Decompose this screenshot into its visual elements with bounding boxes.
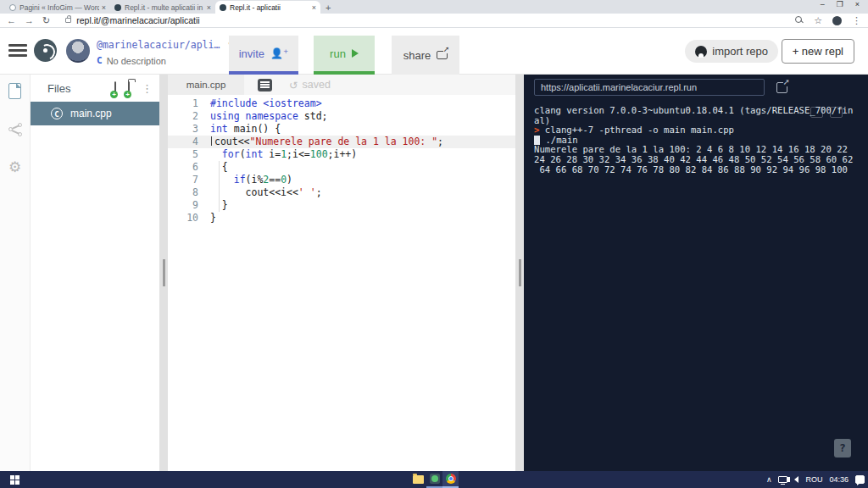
browser-tab[interactable]: Repl.it - multe aplicatii in C++× [110, 1, 215, 14]
share-label: share [403, 49, 431, 62]
repl-run-url-field[interactable]: https://aplicatii.marinelacaciur.repl.ru… [534, 79, 765, 96]
files-menu-icon[interactable]: ⋮ [142, 82, 153, 95]
code-line[interactable]: 1#include <iostream> [168, 97, 515, 110]
invite-label: invite [239, 47, 264, 60]
code-line[interactable]: 6 { [168, 161, 515, 174]
line-number: 2 [168, 110, 198, 123]
notification-icon[interactable] [855, 475, 865, 484]
repl-header: @marinelacaciur/apli… ✎ C No description… [0, 28, 868, 75]
code-token: ; [316, 186, 322, 198]
reload-icon[interactable]: ↻ [42, 16, 50, 25]
address-bar[interactable]: repl.it/@marinelacaciur/aplicatii [76, 15, 199, 25]
files-list: Cmain.cpp [31, 102, 159, 125]
code-token: ) [287, 174, 292, 186]
code-line[interactable]: 3int main() { [168, 123, 515, 136]
code-token: (i% [246, 174, 264, 186]
history-icon[interactable]: ↺ [289, 79, 298, 92]
share-nodes-icon[interactable] [8, 123, 22, 136]
browser-profile-avatar[interactable] [832, 16, 842, 25]
code-line[interactable]: 7 if(i%2==0) [168, 174, 515, 186]
share-button[interactable]: share [392, 36, 459, 75]
tab-close-icon[interactable]: × [102, 3, 106, 12]
code-line[interactable]: 2using namespace std; [168, 110, 515, 123]
tab-close-icon[interactable]: × [312, 3, 316, 12]
system-tray: ∧ ROU 04:36 [766, 471, 865, 488]
speaker-icon[interactable] [794, 476, 798, 483]
code-area[interactable]: 1#include <iostream>2using namespace std… [168, 95, 515, 471]
repl-title-block: @marinelacaciur/apli… ✎ C No description [97, 36, 236, 66]
browser-tab[interactable]: Repl.it - aplicatii× [215, 1, 320, 14]
code-token: i= [263, 148, 281, 160]
taskbar-chrome[interactable] [442, 471, 459, 488]
taskbar-file-explorer[interactable] [410, 471, 426, 488]
new-tab-button[interactable]: + [326, 3, 331, 13]
code-line[interactable]: 9 } [168, 199, 515, 212]
tray-chevron-icon[interactable]: ∧ [766, 475, 772, 484]
screen: Pagini « InfoGim — WordPress.c×Repl.it -… [0, 0, 868, 488]
github-icon [695, 46, 707, 58]
line-number: 9 [168, 199, 198, 212]
back-icon[interactable]: ← [7, 16, 16, 25]
line-number: 6 [168, 161, 198, 174]
file-name: main.cpp [70, 108, 112, 119]
run-button[interactable]: run [314, 36, 375, 75]
line-number: 4 [168, 136, 198, 148]
new-repl-button[interactable]: + new repl [782, 39, 854, 64]
code-token: == [269, 174, 281, 186]
browser-menu-icon[interactable]: ⋮ [852, 15, 861, 26]
code-line[interactable]: 4cout<<"Numerele pare de la 1 la 100: "; [168, 136, 515, 148]
console-text: al) [534, 115, 550, 125]
code-token: ;i++) [328, 148, 358, 160]
console-line: clang version 7.0.0-3~ubuntu0.18.04.1 (t… [534, 106, 861, 116]
repl-description[interactable]: No description [107, 56, 166, 66]
window-maximize-button[interactable]: ❐ [837, 0, 843, 8]
console-output[interactable]: clang version 7.0.0-3~ubuntu0.18.04.1 (t… [534, 106, 861, 175]
console-text: 24 26 28 30 32 34 36 38 40 42 44 46 48 5… [534, 154, 853, 164]
editor-tab-maincpp[interactable]: main.cpp [168, 75, 244, 95]
code-token: <iostream> [263, 97, 321, 109]
import-repo-button[interactable]: import repo [685, 40, 778, 63]
browser-tab[interactable]: Pagini « InfoGim — WordPress.c× [5, 1, 110, 14]
window-close-button[interactable]: × [855, 0, 860, 8]
code-line[interactable]: 10} [168, 212, 515, 225]
wordpress-favicon [9, 4, 16, 11]
console-text: ./main [540, 135, 578, 145]
zoom-search-icon[interactable] [795, 16, 804, 25]
settings-gear-icon[interactable]: ⚙ [8, 160, 21, 175]
files-panel: Files + + ⋮ Cmain.cpp [31, 75, 159, 471]
files-nav-icon[interactable] [8, 83, 21, 99]
code-token: cout<<i<< [210, 186, 298, 198]
help-button[interactable]: ? [834, 439, 851, 458]
code-line[interactable]: 8 cout<<i<<' '; [168, 186, 515, 199]
user-avatar[interactable] [66, 39, 90, 63]
format-icon[interactable] [258, 79, 272, 92]
forward-icon[interactable]: → [25, 16, 34, 25]
window-minimize-button[interactable]: – [821, 0, 825, 8]
panel-resize-handle-right[interactable] [515, 75, 524, 471]
start-button[interactable] [0, 471, 29, 488]
code-text: { [198, 161, 228, 174]
open-in-new-tab-icon[interactable] [776, 82, 787, 93]
repl-title[interactable]: @marinelacaciur/apli… [97, 39, 220, 51]
add-folder-icon[interactable]: + [128, 82, 130, 95]
clock[interactable]: 04:36 [829, 475, 849, 484]
line-number: 10 [168, 212, 198, 225]
run-label: run [330, 47, 346, 60]
bookmark-star-icon[interactable]: ☆ [814, 15, 822, 26]
browser-tab-strip: Pagini « InfoGim — WordPress.c×Repl.it -… [0, 0, 868, 14]
network-icon[interactable] [778, 476, 787, 483]
invite-button[interactable]: invite 👤⁺ [229, 36, 298, 75]
console-line: > clang++-7 -pthread -o main main.cpp [534, 125, 861, 136]
taskbar-app[interactable] [426, 471, 442, 488]
tab-title: Repl.it - aplicatii [230, 3, 309, 12]
code-line[interactable]: 5 for(int i=1;i<=100;i++) [168, 148, 515, 161]
panel-resize-handle-left[interactable] [159, 75, 168, 471]
hamburger-menu-icon[interactable] [8, 44, 27, 59]
file-item-main-cpp[interactable]: Cmain.cpp [31, 102, 159, 125]
code-token: ( [240, 148, 246, 160]
tab-close-icon[interactable]: × [207, 3, 211, 12]
language-indicator[interactable]: ROU [805, 475, 822, 484]
editor-tab-bar: main.cpp ↺ saved [168, 75, 515, 95]
replit-logo[interactable] [34, 39, 57, 62]
add-file-icon[interactable]: + [114, 82, 116, 95]
